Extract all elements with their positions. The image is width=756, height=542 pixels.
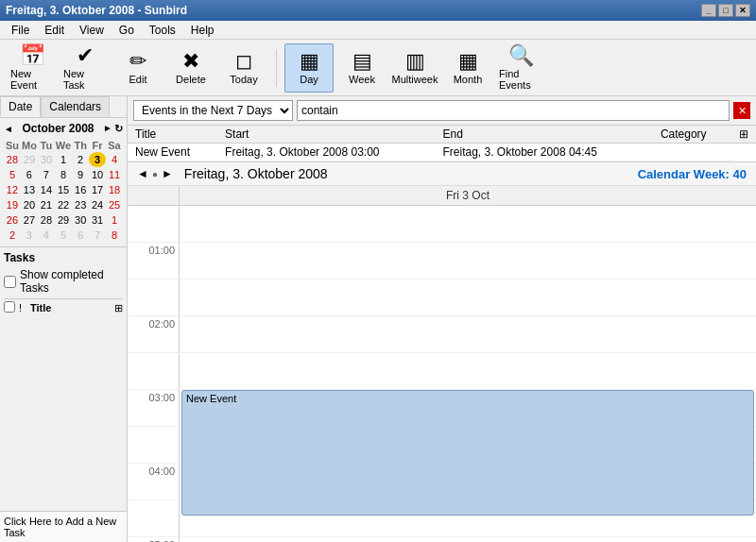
edit-label: Edit [129,74,147,85]
cal-day-26[interactable]: 26 [4,212,21,228]
add-task-bar[interactable]: Click Here to Add a New Task [0,511,127,542]
cal-week-row: 19202122232425 [4,197,123,212]
cal-day-2[interactable]: 2 [72,152,89,167]
toolbar-btn-edit[interactable]: ✏Edit [113,43,163,93]
search-dropdown[interactable]: Events in the Next 7 Days All Events Tod… [133,100,293,121]
cal-view-today-dot[interactable]: ● [152,169,158,179]
cal-day-28-prev[interactable]: 28 [4,152,21,167]
col-expand[interactable]: ⊞ [731,126,756,144]
toolbar-btn-find-events[interactable]: 🔍Find Events [496,43,545,93]
toolbar-btn-day[interactable]: ▦Day [284,43,334,93]
tab-date[interactable]: Date [0,96,41,117]
event-block-blue[interactable]: New Event [181,390,754,516]
cal-view-prev[interactable]: ◄ [137,167,148,180]
cal-day-13[interactable]: 13 [21,182,38,197]
cal-day-29-prev[interactable]: 29 [21,152,38,167]
time-cell-3[interactable] [180,316,756,352]
cal-day-17[interactable]: 17 [89,182,106,197]
cal-day-5[interactable]: 5 [4,167,21,182]
maximize-button[interactable]: □ [718,4,733,17]
cal-day-11[interactable]: 11 [106,167,123,182]
menu-item-tools[interactable]: Tools [142,22,183,39]
cal-day-31[interactable]: 31 [89,212,106,228]
search-close-button[interactable]: ✕ [733,102,750,119]
toolbar-btn-new-task[interactable]: ✔New Task [60,43,110,93]
cal-day-5-next[interactable]: 5 [55,228,72,243]
cal-day-7[interactable]: 7 [38,167,55,182]
menu-item-view[interactable]: View [72,22,112,39]
cal-day-18[interactable]: 18 [106,182,123,197]
delete-label: Delete [176,74,206,85]
cal-view-next[interactable]: ► [162,167,173,180]
cal-day-4-next[interactable]: 4 [38,228,55,243]
time-cell-5[interactable]: New Event [180,390,756,426]
time-cell-1[interactable] [180,243,756,279]
toolbar-separator [276,49,277,87]
col-start: Start [217,126,435,144]
cal-day-19[interactable]: 19 [4,197,21,212]
cal-next-month[interactable]: ► [103,123,112,135]
toolbar-btn-week[interactable]: ▤Week [337,43,387,93]
cal-day-20[interactable]: 20 [21,197,38,212]
minimize-button[interactable]: _ [701,4,716,17]
cal-day-30[interactable]: 30 [72,212,89,228]
cal-day-8[interactable]: 8 [55,167,72,182]
toolbar-btn-new-event[interactable]: 📅New Event [8,43,57,93]
cal-refresh[interactable]: ↻ [114,123,123,135]
cal-day-15[interactable]: 15 [55,182,72,197]
menu-item-go[interactable]: Go [112,22,142,39]
cal-day-9[interactable]: 9 [72,167,89,182]
menu-item-edit[interactable]: Edit [37,22,72,39]
title-bar: Freitag, 3. Oktober 2008 - Sunbird _ □ ✕ [0,0,756,21]
event-row[interactable]: New EventFreitag, 3. Oktober 2008 03:00F… [128,144,756,161]
cal-day-22[interactable]: 22 [55,197,72,212]
cal-day-27[interactable]: 27 [21,212,38,228]
time-cell-9[interactable] [180,537,756,542]
cal-day-21[interactable]: 21 [38,197,55,212]
show-completed-checkbox[interactable] [4,276,16,288]
cal-day-7-next[interactable]: 7 [89,228,106,243]
cal-prev-month[interactable]: ◄ [4,124,13,134]
cal-day-23[interactable]: 23 [72,197,89,212]
sidebar-tabs: Date Calendars [0,96,127,118]
cal-day-25[interactable]: 25 [106,197,123,212]
cal-day-6-next[interactable]: 6 [72,228,89,243]
time-grid-container[interactable]: Fri 3 Oct 01:0002:0003:00New Event04:000… [128,186,756,542]
cal-day-10[interactable]: 10 [89,167,106,182]
tasks-col-checkbox[interactable] [4,301,15,313]
cal-day-3-next[interactable]: 3 [21,228,38,243]
time-cell-0[interactable] [180,206,756,242]
cal-day-14[interactable]: 14 [38,182,55,197]
cal-day-8-next[interactable]: 8 [106,228,123,243]
cal-day-6[interactable]: 6 [21,167,38,182]
cal-day-12[interactable]: 12 [4,182,21,197]
tasks-expand-icon[interactable]: ⊞ [114,302,123,314]
cal-day-30-prev[interactable]: 30 [38,152,55,167]
toolbar-btn-delete[interactable]: ✖Delete [166,43,215,93]
menu-item-help[interactable]: Help [183,22,222,39]
menu-item-file[interactable]: File [4,22,37,39]
tab-calendars[interactable]: Calendars [41,96,110,117]
toolbar-btn-today[interactable]: ◻Today [219,43,268,93]
weekday-header-we: We [55,139,72,152]
tasks-show-completed: Show completed Tasks [4,268,123,295]
time-row-01:00: 01:00 [128,243,756,279]
cal-day-2-next[interactable]: 2 [4,228,21,243]
close-button[interactable]: ✕ [735,4,750,17]
time-cell-4[interactable] [180,353,756,389]
col-end: End [435,126,652,144]
cal-day-29[interactable]: 29 [55,212,72,228]
cal-day-24[interactable]: 24 [89,197,106,212]
cal-week-label: Calendar Week: 40 [638,167,747,181]
toolbar-btn-month[interactable]: ▦Month [443,43,492,93]
cal-day-1-next[interactable]: 1 [106,212,123,228]
tasks-check-col [4,301,19,314]
cal-day-1[interactable]: 1 [55,152,72,167]
cal-day-3[interactable]: 3 [89,152,106,167]
time-cell-2[interactable] [180,279,756,315]
cal-day-16[interactable]: 16 [72,182,89,197]
cal-day-4[interactable]: 4 [106,152,123,167]
cal-day-28[interactable]: 28 [38,212,55,228]
search-input[interactable] [297,100,730,121]
toolbar-btn-multiweek[interactable]: ▥Multiweek [390,43,439,93]
